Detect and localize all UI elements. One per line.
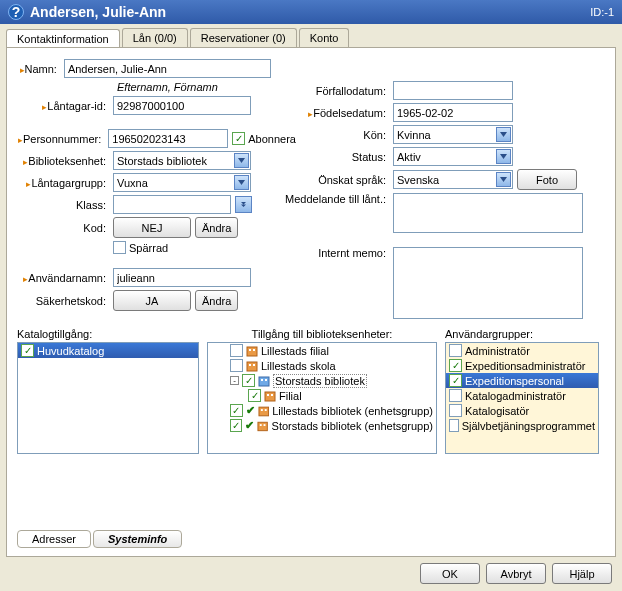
meddelande-textarea[interactable] bbox=[393, 193, 583, 233]
list-label: Expeditionsadministratör bbox=[465, 360, 585, 372]
list-item[interactable]: Självbetjäningsprogrammet bbox=[446, 418, 598, 433]
label-tillgang-enheter: Tillgång till biblioteksenheter: bbox=[207, 328, 437, 340]
checkbox-icon[interactable] bbox=[230, 419, 242, 432]
tree-label: Filial bbox=[279, 390, 302, 402]
chevron-down-icon bbox=[234, 175, 249, 190]
tree-label: Lillestads bibliotek (enhetsgrupp) bbox=[272, 405, 433, 417]
onskat-sprak-select[interactable]: Svenska bbox=[393, 170, 513, 189]
window-title: Andersen, Julie-Ann bbox=[30, 4, 166, 20]
internt-memo-textarea[interactable] bbox=[393, 247, 583, 319]
sakerhetskod-value-button[interactable]: JA bbox=[113, 290, 191, 311]
label-lantagarid: ▸Låntagar-id: bbox=[17, 100, 109, 112]
tab-reservationer[interactable]: Reservationer (0) bbox=[190, 28, 297, 47]
tab-kontaktinfo[interactable]: Kontaktinformation bbox=[6, 29, 120, 48]
checkbox-icon[interactable] bbox=[449, 374, 462, 387]
label-personnummer: ▸Personnummer: bbox=[17, 133, 104, 145]
sakerhetskod-andra-button[interactable]: Ändra bbox=[195, 290, 238, 311]
foto-button[interactable]: Foto bbox=[517, 169, 577, 190]
bottom-tabs: Adresser Systeminfo bbox=[17, 530, 184, 548]
label-meddelande: Meddelande till lånt.: bbox=[283, 193, 389, 205]
label-klass: Klass: bbox=[17, 199, 109, 211]
label-forfallodatum: Förfallodatum: bbox=[283, 85, 389, 97]
bottom-tab-adresser[interactable]: Adresser bbox=[17, 530, 91, 548]
tab-page: ▸Namn: Efternamn, Förnamn ▸Låntagar-id: … bbox=[6, 47, 616, 557]
fodelsedatum-input[interactable] bbox=[393, 103, 513, 122]
lantagargrupp-select[interactable]: Vuxna bbox=[113, 173, 251, 192]
svg-rect-0 bbox=[247, 347, 257, 356]
check-icon: ✔ bbox=[246, 404, 255, 417]
button-bar: OK Avbryt Hjälp bbox=[0, 557, 622, 590]
hjalp-button[interactable]: Hjälp bbox=[552, 563, 612, 584]
checkbox-icon[interactable] bbox=[248, 389, 261, 402]
sparrad-checkbox[interactable]: Spärrad bbox=[113, 241, 168, 254]
avbryt-button[interactable]: Avbryt bbox=[486, 563, 546, 584]
tree-label: Storstads bibliotek bbox=[273, 375, 367, 387]
checkbox-icon[interactable] bbox=[230, 404, 243, 417]
namn-hint: Efternamn, Förnamn bbox=[117, 81, 218, 93]
checkbox-icon[interactable] bbox=[230, 344, 243, 357]
list-label: Självbetjäningsprogrammet bbox=[462, 420, 595, 432]
checkbox-icon[interactable] bbox=[449, 389, 462, 402]
anvandarnamn-input[interactable] bbox=[113, 268, 251, 287]
tree-item[interactable]: Lillestads filial bbox=[208, 343, 436, 358]
window: ? Andersen, Julie-Ann ID:-1 Kontaktinfor… bbox=[0, 0, 622, 591]
namn-input[interactable] bbox=[64, 59, 271, 78]
tab-lan[interactable]: Lån (0/0) bbox=[122, 28, 188, 47]
list-item[interactable]: Huvudkatalog bbox=[18, 343, 198, 358]
label-sakerhetskod: Säkerhetskod: bbox=[17, 295, 109, 307]
bottom-tab-systeminfo[interactable]: Systeminfo bbox=[93, 530, 182, 548]
checkbox-icon[interactable] bbox=[449, 344, 462, 357]
record-id: ID:-1 bbox=[590, 6, 614, 18]
tree-item[interactable]: ✔Storstads bibliotek (enhetsgrupp) bbox=[208, 418, 436, 433]
katalogtillgang-list[interactable]: Huvudkatalog bbox=[17, 342, 199, 454]
list-item[interactable]: Katalogadministratör bbox=[446, 388, 598, 403]
status-select[interactable]: Aktiv bbox=[393, 147, 513, 166]
ok-button[interactable]: OK bbox=[420, 563, 480, 584]
checkbox-icon[interactable] bbox=[449, 359, 462, 372]
list-item[interactable]: Administratör bbox=[446, 343, 598, 358]
svg-rect-9 bbox=[265, 392, 275, 401]
tree-label: Storstads bibliotek (enhetsgrupp) bbox=[272, 420, 433, 432]
check-icon: ✔ bbox=[245, 419, 254, 432]
tab-row: Kontaktinformation Lån (0/0) Reservation… bbox=[6, 28, 616, 47]
tree-item[interactable]: -Storstads bibliotek bbox=[208, 373, 436, 388]
tab-container: Kontaktinformation Lån (0/0) Reservation… bbox=[0, 24, 622, 557]
label-anvandarnamn: ▸Användarnamn: bbox=[17, 272, 109, 284]
chevron-down-icon bbox=[496, 127, 511, 142]
list-item[interactable]: Expeditionsadministratör bbox=[446, 358, 598, 373]
tree-label: Lillestads skola bbox=[261, 360, 336, 372]
checkbox-icon[interactable] bbox=[449, 419, 459, 432]
label-status: Status: bbox=[283, 151, 389, 163]
svg-rect-6 bbox=[259, 377, 269, 386]
svg-rect-7 bbox=[261, 379, 263, 381]
personnummer-input[interactable] bbox=[108, 129, 228, 148]
checkbox-icon[interactable] bbox=[449, 404, 462, 417]
checkbox-icon[interactable] bbox=[230, 359, 243, 372]
biblioteksenhet-select[interactable]: Storstads bibliotek bbox=[113, 151, 251, 170]
svg-rect-4 bbox=[249, 364, 251, 366]
list-item[interactable]: Katalogisatör bbox=[446, 403, 598, 418]
tree-item[interactable]: ✔Lillestads bibliotek (enhetsgrupp) bbox=[208, 403, 436, 418]
label-biblioteksenhet: ▸Biblioteksenhet: bbox=[17, 155, 109, 167]
tree-item[interactable]: Filial bbox=[208, 388, 436, 403]
svg-rect-13 bbox=[261, 409, 263, 411]
chevron-down-icon bbox=[496, 149, 511, 164]
kod-andra-button[interactable]: Ändra bbox=[195, 217, 238, 238]
kon-select[interactable]: Kvinna bbox=[393, 125, 513, 144]
enheter-tree[interactable]: Lillestads filialLillestads skola-Storst… bbox=[207, 342, 437, 454]
klass-select[interactable] bbox=[113, 195, 231, 214]
lantagarid-input[interactable] bbox=[113, 96, 251, 115]
chevron-down-icon bbox=[234, 153, 249, 168]
tree-expander[interactable]: - bbox=[230, 376, 239, 385]
anvandargrupper-list[interactable]: AdministratörExpeditionsadministratörExp… bbox=[445, 342, 599, 454]
svg-rect-14 bbox=[264, 409, 266, 411]
kod-value-button[interactable]: NEJ bbox=[113, 217, 191, 238]
list-item[interactable]: Expeditionspersonal bbox=[446, 373, 598, 388]
checkbox-icon[interactable] bbox=[242, 374, 255, 387]
tab-konto[interactable]: Konto bbox=[299, 28, 350, 47]
svg-rect-5 bbox=[253, 364, 255, 366]
klass-expand-button[interactable] bbox=[235, 196, 252, 213]
help-icon: ? bbox=[8, 4, 24, 20]
forfallodatum-input[interactable] bbox=[393, 81, 513, 100]
tree-item[interactable]: Lillestads skola bbox=[208, 358, 436, 373]
